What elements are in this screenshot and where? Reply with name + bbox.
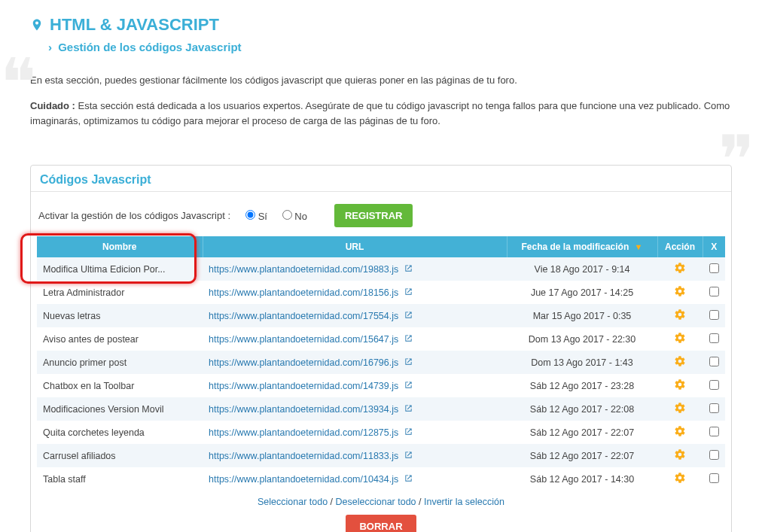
cell-name[interactable]: Letra Administrador [37,281,203,304]
sep1: / [328,497,335,507]
cell-name[interactable]: Anuncio primer post [37,351,203,374]
gear-icon[interactable] [674,448,686,461]
url-link[interactable]: https://www.plantandoeternidad.com/13934… [209,404,413,415]
cell-date: Jue 17 Ago 2017 - 14:25 [507,281,657,304]
table-row: Chatbox en la Toolbarhttps://www.plantan… [37,374,725,397]
cell-date: Sáb 12 Ago 2017 - 14:30 [507,467,657,491]
cell-date: Sáb 12 Ago 2017 - 22:07 [507,421,657,444]
cell-checkbox [703,397,725,421]
row-checkbox[interactable] [709,427,719,436]
url-link[interactable]: https://www.plantandoeternidad.com/16796… [209,357,413,368]
cell-name[interactable]: Modifica Ultima Edicion Por... [37,257,203,281]
register-button[interactable]: REGISTRAR [334,204,413,227]
cell-name[interactable]: Tabla staff [37,467,203,491]
radio-no-label: No [294,211,307,222]
gear-icon[interactable] [674,285,686,297]
cell-url: https://www.plantandoeternidad.com/19883… [203,257,507,281]
cell-action [657,397,703,421]
gear-icon[interactable] [674,402,686,414]
th-name[interactable]: Nombre [37,236,203,257]
radio-yes[interactable]: Sí [245,211,270,222]
cell-name[interactable]: Carrusel afiliados [37,444,203,467]
cell-url: https://www.plantandoeternidad.com/12875… [203,421,507,444]
url-link[interactable]: https://www.plantandoeternidad.com/10434… [209,474,413,485]
external-link-icon [404,264,413,272]
gear-icon[interactable] [674,472,686,484]
radio-yes-input[interactable] [245,210,255,220]
cell-action [657,257,703,281]
table-row: Tabla staffhttps://www.plantandoeternida… [37,467,725,491]
external-link-icon [404,404,413,412]
cell-action [657,444,703,467]
row-checkbox[interactable] [709,473,719,483]
gear-icon[interactable] [674,355,686,367]
cell-name[interactable]: Modificaciones Version Movil [37,397,203,421]
cell-name[interactable]: Nuevas letras [37,304,203,327]
cell-date: Dom 13 Ago 2017 - 22:30 [507,327,657,351]
cell-url: https://www.plantandoeternidad.com/10434… [203,467,507,491]
row-checkbox[interactable] [709,380,719,390]
row-checkbox[interactable] [709,310,719,320]
row-checkbox[interactable] [709,333,719,343]
breadcrumb[interactable]: › Gestión de los códigos Javascript [48,41,732,53]
cell-name[interactable]: Aviso antes de postear [37,327,203,351]
th-url[interactable]: URL [203,236,507,257]
url-link[interactable]: https://www.plantandoeternidad.com/12875… [209,427,413,438]
th-x[interactable]: X [703,236,725,257]
th-date[interactable]: Fecha de la modificación ▼ [507,236,657,257]
table-row: Aviso antes de postearhttps://www.planta… [37,327,725,351]
cell-checkbox [703,351,725,374]
cell-date: Mar 15 Ago 2017 - 0:35 [507,304,657,327]
cell-name[interactable]: Quita corchetes leyenda [37,421,203,444]
gear-icon[interactable] [674,332,686,344]
gear-icon[interactable] [674,378,686,391]
row-checkbox[interactable] [709,403,719,413]
url-link[interactable]: https://www.plantandoeternidad.com/14739… [209,381,413,391]
panel-title: Códigos Javascript [31,166,731,192]
page-title-text: HTML & JAVASCRIPT [50,15,219,35]
breadcrumb-text: Gestión de los códigos Javascript [58,41,241,53]
url-link[interactable]: https://www.plantandoeternidad.com/15647… [209,334,413,345]
sort-desc-icon: ▼ [635,242,643,251]
gear-icon[interactable] [674,262,686,274]
intro-block: ❝ En esta sección, puedes gestionar fáci… [30,73,732,157]
url-link[interactable]: https://www.plantandoeternidad.com/18156… [209,287,413,298]
row-checkbox[interactable] [709,450,719,460]
url-link[interactable]: https://www.plantandoeternidad.com/11833… [209,451,413,461]
gear-icon[interactable] [674,425,686,437]
gear-icon[interactable] [674,309,686,321]
js-codes-panel: Códigos Javascript Activar la gestión de… [30,165,732,532]
cell-name[interactable]: Chatbox en la Toolbar [37,374,203,397]
table-row: Quita corchetes leyendahttps://www.plant… [37,421,725,444]
row-checkbox[interactable] [709,357,719,366]
cell-date: Sáb 12 Ago 2017 - 22:07 [507,444,657,467]
url-link[interactable]: https://www.plantandoeternidad.com/19883… [209,264,413,275]
intro-careful: Cuidado : Esta sección está dedicada a l… [30,99,732,129]
cell-checkbox [703,421,725,444]
invert-selection-link[interactable]: Invertir la selección [424,497,504,507]
select-all-link[interactable]: Seleccionar todo [258,497,328,507]
radio-no[interactable]: No [282,211,307,222]
intro-line1: En esta sección, puedes gestionar fácilm… [30,73,732,88]
cell-action [657,467,703,491]
quote-close-icon: ❞ [718,127,754,195]
activate-label: Activar la gestión de los códigos Javasc… [38,209,230,223]
th-date-label: Fecha de la modificación [522,242,629,252]
quote-open-icon: ❝ [0,50,36,118]
deselect-all-link[interactable]: Deseleccionar todo [336,497,416,507]
external-link-icon [404,287,413,296]
cell-checkbox [703,374,725,397]
th-action[interactable]: Acción [657,236,703,257]
external-link-icon [404,357,413,366]
cell-url: https://www.plantandoeternidad.com/15647… [203,327,507,351]
url-link[interactable]: https://www.plantandoeternidad.com/17554… [209,311,413,321]
radio-no-input[interactable] [282,210,292,220]
row-checkbox[interactable] [709,287,719,296]
chevron-right-icon: › [48,41,52,53]
row-checkbox[interactable] [709,263,719,273]
table-row: Letra Administradorhttps://www.plantando… [37,281,725,304]
activate-row: Activar la gestión de los códigos Javasc… [38,204,724,227]
external-link-icon [404,427,413,436]
cell-url: https://www.plantandoeternidad.com/11833… [203,444,507,467]
delete-button[interactable]: BORRAR [346,515,416,532]
